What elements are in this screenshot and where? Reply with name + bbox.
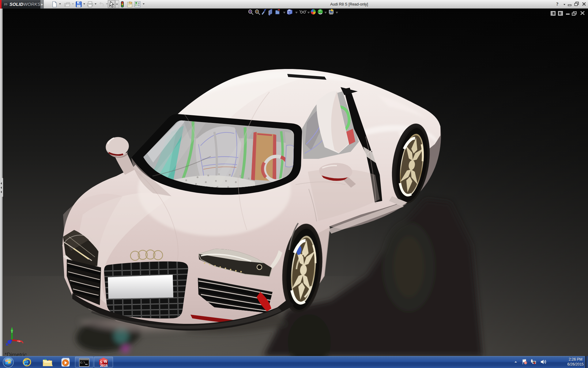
svg-text:2015: 2015 — [100, 364, 107, 367]
svg-text:e: e — [24, 358, 28, 367]
svg-text:W: W — [104, 359, 107, 364]
svg-text:*Dimetric: *Dimetric — [5, 352, 27, 356]
svg-text:C:\: C:\ — [80, 361, 85, 364]
